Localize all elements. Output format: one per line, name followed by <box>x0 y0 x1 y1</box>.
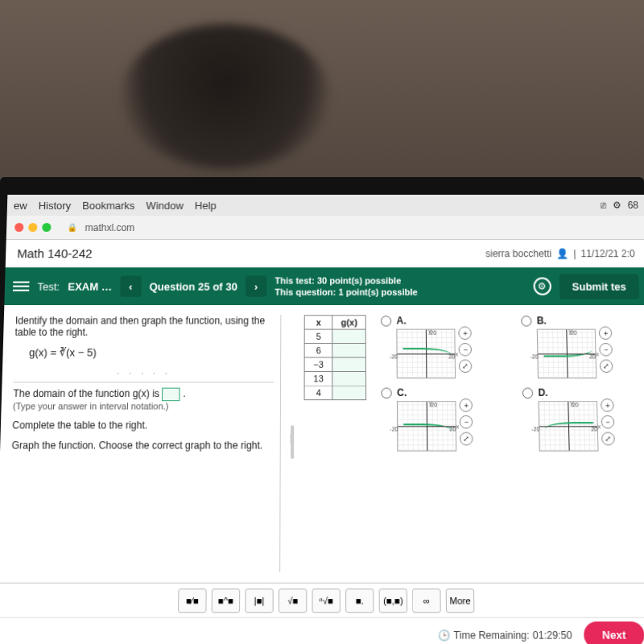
zoom-in-icon[interactable]: ＋ <box>460 398 473 412</box>
test-points: This test: 30 point(s) possible <box>275 275 401 285</box>
choice-label: C. <box>397 387 473 398</box>
table-x: 13 <box>304 371 332 386</box>
graph-thumbnail: y 20 x -20 20 <box>539 401 599 451</box>
close-window-button[interactable] <box>14 223 23 232</box>
math-tool-more-button[interactable]: More <box>446 588 475 613</box>
radio-button[interactable] <box>382 388 392 398</box>
table-header-x: x <box>304 316 332 329</box>
lock-icon: 🔒 <box>67 223 76 232</box>
maximize-window-button[interactable] <box>42 223 51 232</box>
choice-label: D. <box>538 387 613 398</box>
test-label: Test: <box>37 280 60 292</box>
submit-test-button[interactable]: Submit tes <box>559 274 639 299</box>
airplay-icon[interactable]: ⎚ <box>600 200 605 211</box>
choice-d[interactable]: D. y 20 x -20 20 ＋ <box>522 387 641 452</box>
pane-resize-handle[interactable] <box>291 425 294 459</box>
choice-a[interactable]: A. y 20 x -20 20 ＋ <box>381 315 497 378</box>
user-icon[interactable]: 👤 <box>556 248 568 259</box>
graph-prompt: Graph the function. Choose the correct g… <box>11 440 273 452</box>
course-header: Math 140-242 sierra bocchetti 👤 | 11/12/… <box>6 240 644 267</box>
math-tool-button[interactable]: ∞ <box>412 588 441 613</box>
menu-item[interactable]: Bookmarks <box>82 199 134 211</box>
math-tool-button[interactable]: ⁿ√■ <box>312 588 341 613</box>
graph-thumbnail: y 20 x -20 20 <box>397 329 456 379</box>
choice-c[interactable]: C. y 20 x -20 20 ＋ <box>382 387 499 452</box>
zoom-out-icon[interactable]: − <box>459 343 472 356</box>
table-header-gx: g(x) <box>332 316 366 329</box>
test-nav-bar: Test: EXAM … ‹ Question 25 of 30 › This … <box>4 267 644 305</box>
table-gx-input[interactable] <box>332 371 366 386</box>
time-remaining-value: 01:29:50 <box>533 629 572 641</box>
graph-thumbnail: y 20 x -20 20 <box>537 329 597 379</box>
table-x: 6 <box>304 344 332 357</box>
choice-label: B. <box>537 315 613 326</box>
footer-bar: 🕒 Time Remaining: 01:29:50 Next <box>0 617 644 644</box>
browser-toolbar: 🔒 mathxl.com <box>6 216 644 240</box>
next-button[interactable]: Next <box>584 621 644 644</box>
question-counter: Question 25 of 30 <box>149 280 237 292</box>
zoom-out-icon[interactable]: − <box>599 343 613 356</box>
graph-thumbnail: y 20 x -20 20 <box>397 401 456 451</box>
question-prompt: Identify the domain and then graph the f… <box>14 315 274 338</box>
math-tool-button[interactable]: ■^■ <box>212 588 241 613</box>
table-gx-input[interactable] <box>332 357 366 372</box>
zoom-in-icon[interactable]: ＋ <box>601 398 614 412</box>
minimize-window-button[interactable] <box>28 223 37 232</box>
mac-menu-bar: ew History Bookmarks Window Help ⎚ ⚙ 68 <box>7 195 644 216</box>
table-x: −3 <box>304 357 332 372</box>
battery-percent: 68 <box>627 200 638 211</box>
math-tool-button[interactable]: √■ <box>279 588 307 613</box>
complete-table-text: Complete the table to the right. <box>12 419 274 431</box>
table-x: 5 <box>304 329 332 343</box>
user-name[interactable]: sierra bocchetti <box>485 248 551 259</box>
math-tool-button[interactable]: ■⁄■ <box>178 588 207 613</box>
math-tool-button[interactable]: (■,■) <box>379 588 408 613</box>
menu-item[interactable]: ew <box>14 199 27 211</box>
question-content: Identify the domain and then graph the f… <box>0 305 644 583</box>
answer-hint: (Type your answer in interval notation.) <box>13 401 274 411</box>
domain-answer-input[interactable] <box>162 388 180 402</box>
menu-item[interactable]: Window <box>146 199 184 211</box>
wifi-icon[interactable]: ⚙ <box>612 200 621 211</box>
zoom-out-icon[interactable]: − <box>601 415 615 429</box>
time-remaining-label: Time Remaining: <box>453 629 529 641</box>
expand-icon[interactable]: ⤢ <box>600 360 613 373</box>
zoom-in-icon[interactable]: ＋ <box>599 327 613 340</box>
expand-icon[interactable]: ⤢ <box>601 432 615 446</box>
zoom-out-icon[interactable]: − <box>460 415 473 429</box>
clock-icon: 🕒 <box>438 629 451 641</box>
zoom-in-icon[interactable]: ＋ <box>459 327 472 340</box>
radio-button[interactable] <box>381 316 391 326</box>
radio-button[interactable] <box>522 388 534 398</box>
test-name: EXAM … <box>68 280 112 292</box>
math-input-toolbar: ■⁄■ ■^■ |■| √■ ⁿ√■ ■. (■,■) ∞ More <box>0 583 644 617</box>
question-formula: g(x) = ∛(x − 5) <box>29 346 274 358</box>
domain-sentence-post: . <box>183 388 186 399</box>
menu-item[interactable]: History <box>39 199 72 211</box>
value-table: xg(x) 5 6 −3 13 4 <box>304 315 367 400</box>
table-gx-input[interactable] <box>332 386 366 400</box>
expand-icon[interactable]: ⤢ <box>460 432 473 446</box>
menu-icon[interactable] <box>13 282 30 291</box>
course-title: Math 140-242 <box>17 246 93 260</box>
address-bar[interactable]: mathxl.com <box>85 221 134 233</box>
expand-icon[interactable]: ⤢ <box>459 360 472 373</box>
next-question-button[interactable]: › <box>246 275 266 296</box>
prev-question-button[interactable]: ‹ <box>120 275 142 296</box>
question-points: This question: 1 point(s) possible <box>275 287 417 297</box>
choice-label: A. <box>397 315 472 326</box>
table-gx-input[interactable] <box>332 329 366 343</box>
radio-button[interactable] <box>521 316 531 326</box>
table-x: 4 <box>304 386 332 400</box>
gear-icon[interactable]: ⚙ <box>533 277 551 295</box>
menu-item[interactable]: Help <box>195 199 217 211</box>
table-gx-input[interactable] <box>332 344 366 357</box>
math-tool-button[interactable]: ■. <box>345 588 374 613</box>
datetime: 11/12/21 2:0 <box>580 248 635 259</box>
math-tool-button[interactable]: |■| <box>245 588 274 613</box>
choice-b[interactable]: B. y 20 x -20 20 ＋ <box>521 315 638 378</box>
domain-sentence-pre: The domain of the function g(x) is <box>13 388 162 399</box>
